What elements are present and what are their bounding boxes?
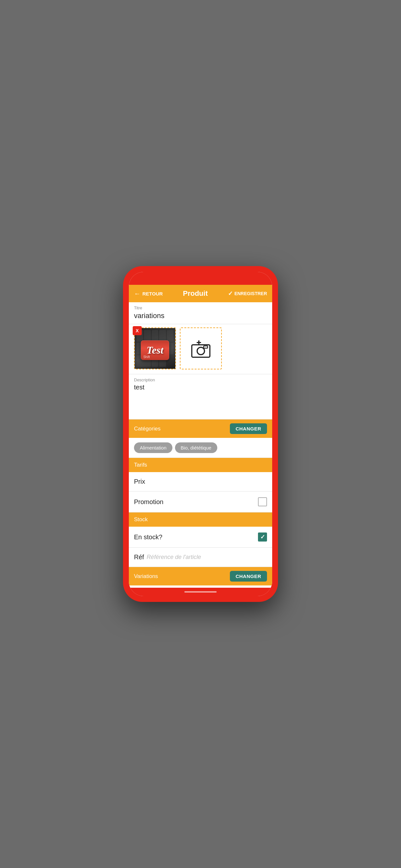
add-photo-icon	[189, 337, 212, 360]
svg-rect-2	[204, 346, 208, 348]
test-key: Test Shift	[141, 340, 169, 360]
description-label: Description	[134, 377, 267, 382]
tag-alimentation[interactable]: Alimentation	[134, 442, 173, 453]
images-row: Test Shift X	[129, 324, 272, 374]
svg-point-1	[197, 347, 205, 355]
categories-title: Catégories	[134, 426, 160, 432]
home-bar	[184, 591, 217, 593]
promotion-label: Promotion	[134, 498, 163, 506]
stock-title: Stock	[134, 516, 148, 523]
ref-label: Réf	[134, 554, 144, 561]
en-stock-row[interactable]: En stock? ✓	[129, 527, 272, 548]
prix-label: Prix	[134, 478, 145, 485]
en-stock-checkbox[interactable]: ✓	[258, 532, 267, 541]
promotion-checkbox[interactable]	[258, 497, 267, 506]
back-label: RETOUR	[143, 291, 163, 297]
home-indicator	[129, 588, 272, 596]
shift-key-label: Shift	[143, 355, 150, 359]
tarifs-section-header: Tarifs	[129, 458, 272, 472]
nav-bar: ← RETOUR Produit ✓ ENREGISTRER	[129, 285, 272, 302]
svg-rect-0	[192, 345, 210, 358]
tags-row: Alimentation Bio, diététique	[129, 438, 272, 458]
remove-image-button[interactable]: X	[133, 326, 142, 335]
tarifs-title: Tarifs	[134, 462, 147, 468]
ref-row[interactable]: Réf Référence de l'article	[129, 548, 272, 567]
promotion-row[interactable]: Promotion	[129, 492, 272, 513]
page-title: Produit	[183, 289, 208, 298]
save-button[interactable]: ✓ ENREGISTRER	[228, 290, 267, 297]
en-stock-label: En stock?	[134, 533, 162, 541]
categories-section-header: Catégories CHANGER	[129, 420, 272, 438]
notch	[180, 272, 221, 281]
phone-frame: ← RETOUR Produit ✓ ENREGISTRER Titre var…	[123, 266, 278, 602]
save-label: ENREGISTRER	[235, 291, 267, 296]
description-field-group: Description test	[129, 374, 272, 420]
stock-section-header: Stock	[129, 513, 272, 527]
back-arrow-icon: ←	[134, 290, 141, 298]
title-label: Titre	[134, 306, 267, 310]
description-value[interactable]: test	[134, 383, 267, 391]
test-key-label: Test	[147, 344, 163, 356]
save-check-icon: ✓	[228, 290, 233, 297]
phone-screen: ← RETOUR Produit ✓ ENREGISTRER Titre var…	[129, 272, 272, 596]
variations-section-header: Variations CHANGER	[129, 567, 272, 585]
back-button[interactable]: ← RETOUR	[134, 290, 163, 298]
title-field-group: Titre variations	[129, 302, 272, 324]
checkmark-icon: ✓	[260, 533, 265, 540]
prix-row[interactable]: Prix	[129, 472, 272, 492]
variations-title: Variations	[134, 573, 158, 580]
ref-input[interactable]: Référence de l'article	[147, 554, 201, 561]
tag-bio-dietetique[interactable]: Bio, diététique	[175, 442, 217, 453]
title-value[interactable]: variations	[134, 312, 267, 320]
add-image-slot[interactable]	[180, 328, 222, 369]
categories-changer-button[interactable]: CHANGER	[230, 423, 267, 434]
variations-changer-button[interactable]: CHANGER	[230, 571, 267, 582]
image-slot-1: Test Shift X	[134, 328, 176, 369]
form-content: Titre variations	[129, 302, 272, 588]
partial-row	[129, 585, 272, 588]
